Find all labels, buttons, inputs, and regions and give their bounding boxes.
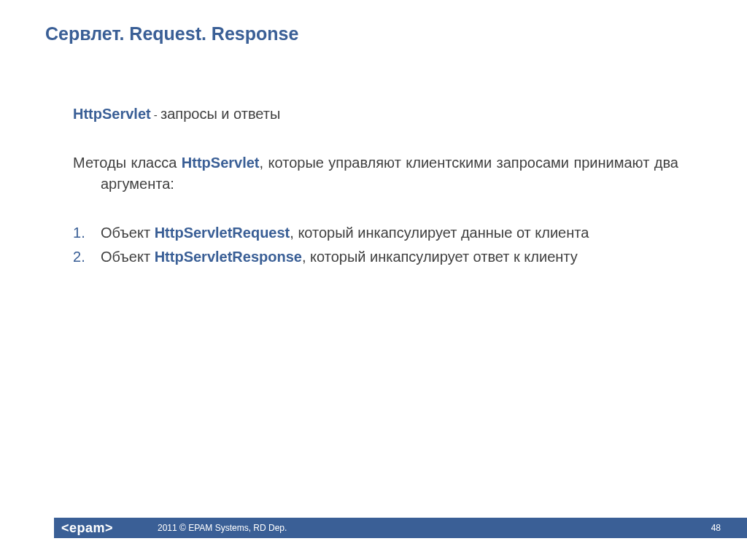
keyword-httpservlet-2: HttpServlet [182, 155, 260, 171]
list-pre: Объект [101, 249, 155, 265]
intro-paragraph: Методы класса HttpServlet, которые управ… [73, 152, 678, 195]
keyword-httpservlet: HttpServlet [73, 106, 151, 122]
page-number: 48 [711, 518, 721, 538]
list-post: , который инкапсулирует ответ к клиенту [302, 249, 578, 265]
heading-rest: запросы и ответы [160, 106, 280, 122]
copyright: 2011 © EPAM Systems, RD Dep. [158, 518, 287, 538]
list-post: , который инкапсулирует данные от клиент… [290, 225, 589, 241]
logo-text: <epam> [61, 521, 113, 536]
list-pre: Объект [101, 225, 155, 241]
para-pre: Методы класса [73, 155, 182, 171]
argument-list: Объект HttpServletRequest, который инкап… [73, 222, 678, 268]
dash: - [151, 109, 160, 121]
slide: Сервлет. Request. Response HttpServlet -… [0, 0, 747, 560]
list-item: Объект HttpServletRequest, который инкап… [73, 222, 678, 244]
slide-content: HttpServlet - запросы и ответы Методы кл… [73, 104, 678, 271]
logo: <epam> [54, 518, 122, 538]
keyword-request: HttpServletRequest [155, 225, 290, 241]
list-item: Объект HttpServletResponse, который инка… [73, 246, 678, 268]
slide-title: Сервлет. Request. Response [45, 23, 298, 44]
footer: <epam> 2011 © EPAM Systems, RD Dep. 48 [0, 518, 747, 538]
heading-line: HttpServlet - запросы и ответы [73, 104, 678, 125]
keyword-response: HttpServletResponse [155, 249, 302, 265]
